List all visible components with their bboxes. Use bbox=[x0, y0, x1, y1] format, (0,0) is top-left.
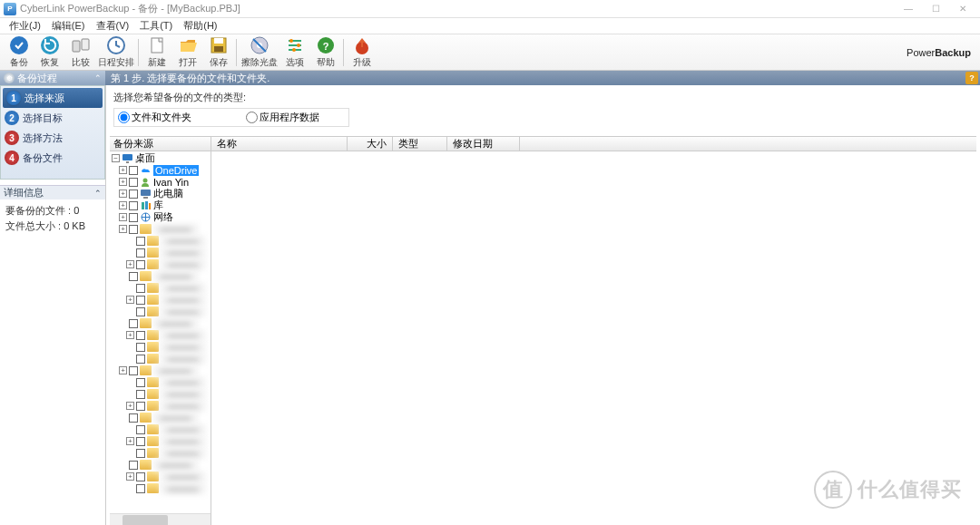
checkbox[interactable] bbox=[136, 248, 145, 258]
sidebar-process-header[interactable]: ⚙ 备份过程 ⌃ bbox=[0, 71, 105, 85]
compare-icon bbox=[71, 35, 91, 55]
tree-node-hidden[interactable]: xxxxxx bbox=[110, 459, 211, 471]
checkbox[interactable] bbox=[129, 178, 138, 187]
erase-disc-button[interactable]: 擦除光盘 bbox=[240, 35, 279, 70]
menu-job[interactable]: 作业(J) bbox=[4, 19, 46, 33]
backup-button[interactable]: 备份 bbox=[4, 35, 34, 70]
radio-files-folders[interactable]: 文件和文件夹 bbox=[118, 111, 191, 124]
tree-column: 备份来源 −桌面+OneDrive+Ivan Yin+此电脑+库+网络+xxxx… bbox=[110, 137, 211, 525]
tree-node-hidden[interactable]: +xxxxxx bbox=[110, 294, 211, 306]
tree-node-hidden[interactable]: xxxxxx bbox=[110, 353, 211, 365]
step-select-method[interactable]: 3选择方法 bbox=[1, 128, 104, 148]
checkbox[interactable] bbox=[136, 331, 145, 340]
upgrade-button[interactable]: 升级 bbox=[347, 35, 377, 70]
checkbox[interactable] bbox=[136, 472, 145, 481]
checkbox[interactable] bbox=[129, 413, 138, 423]
checkbox[interactable] bbox=[136, 390, 145, 399]
step-select-target[interactable]: 2选择目标 bbox=[1, 108, 104, 128]
tree-node-hidden[interactable]: +xxxxxx bbox=[110, 258, 211, 270]
tree-node-hidden[interactable]: +xxxxxx bbox=[110, 400, 211, 412]
collapse-icon[interactable]: ⌃ bbox=[94, 73, 102, 83]
folder-icon bbox=[147, 283, 159, 293]
detail-files-value: 0 bbox=[74, 205, 79, 216]
restore-button[interactable]: 恢复 bbox=[34, 35, 65, 70]
tree-body[interactable]: −桌面+OneDrive+Ivan Yin+此电脑+库+网络+xxxxxxxxx… bbox=[110, 151, 211, 513]
collapse-icon[interactable]: ⌃ bbox=[94, 189, 102, 198]
tree-node-hidden[interactable]: xxxxxx bbox=[110, 388, 211, 400]
new-button[interactable]: 新建 bbox=[142, 35, 172, 70]
minimize-button[interactable]: — bbox=[895, 1, 922, 17]
tree-node-hidden[interactable]: xxxxxx bbox=[110, 247, 211, 258]
col-name[interactable]: 名称 bbox=[211, 137, 348, 151]
checkbox[interactable] bbox=[129, 190, 138, 199]
tree-node-hidden[interactable]: +xxxxxx bbox=[110, 435, 211, 447]
tree-node-hidden[interactable]: +xxxxxx bbox=[110, 329, 211, 341]
step-select-source[interactable]: 1选择来源 bbox=[3, 88, 103, 108]
maximize-button[interactable]: ☐ bbox=[922, 1, 949, 17]
open-button[interactable]: 打开 bbox=[172, 35, 203, 70]
tree-node-hidden[interactable]: +xxxxxx bbox=[110, 471, 211, 482]
folder-icon bbox=[147, 436, 159, 446]
save-button[interactable]: 保存 bbox=[203, 35, 234, 70]
step-backup-files[interactable]: 4备份文件 bbox=[1, 148, 104, 168]
save-icon bbox=[209, 35, 229, 55]
menu-edit[interactable]: 编辑(E) bbox=[46, 19, 91, 33]
folder-icon bbox=[147, 306, 159, 316]
menu-help[interactable]: 帮助(H) bbox=[178, 19, 222, 33]
options-button[interactable]: 选项 bbox=[279, 35, 310, 70]
col-size[interactable]: 大小 bbox=[348, 137, 393, 151]
radio-app-data[interactable]: 应用程序数据 bbox=[246, 111, 319, 124]
checkbox[interactable] bbox=[136, 449, 145, 458]
titlebar: P CyberLink PowerBackup - 备份 - [MyBackup… bbox=[0, 0, 980, 18]
checkbox[interactable] bbox=[136, 378, 145, 387]
menu-view[interactable]: 查看(V) bbox=[91, 19, 135, 33]
checkbox[interactable] bbox=[136, 307, 145, 316]
step-help-icon[interactable]: ? bbox=[965, 72, 978, 84]
checkbox[interactable] bbox=[129, 201, 138, 210]
checkbox[interactable] bbox=[136, 237, 145, 246]
checkbox[interactable] bbox=[136, 484, 145, 493]
checkbox[interactable] bbox=[129, 213, 138, 222]
tree-node-hidden[interactable]: xxxxxx bbox=[110, 447, 211, 459]
checkbox[interactable] bbox=[136, 284, 145, 293]
checkbox[interactable] bbox=[136, 437, 145, 446]
checkbox[interactable] bbox=[136, 296, 145, 305]
checkbox[interactable] bbox=[136, 343, 145, 352]
close-button[interactable]: ✕ bbox=[949, 1, 976, 17]
tree-node-hidden[interactable]: xxxxxx bbox=[110, 412, 211, 423]
tree-node-hidden[interactable]: xxxxxx bbox=[110, 306, 211, 317]
checkbox[interactable] bbox=[129, 166, 138, 175]
tree-node-hidden[interactable]: xxxxxx bbox=[110, 341, 211, 353]
tree-root[interactable]: −桌面 bbox=[110, 152, 211, 164]
schedule-button[interactable]: 日程安排 bbox=[96, 35, 136, 70]
col-date[interactable]: 修改日期 bbox=[447, 137, 520, 151]
tree-node-hidden[interactable]: xxxxxx bbox=[110, 317, 211, 329]
svg-text:?: ? bbox=[323, 41, 329, 52]
checkbox[interactable] bbox=[129, 366, 138, 375]
tree-node[interactable]: +网络 bbox=[110, 211, 211, 223]
tree-node[interactable]: +OneDrive bbox=[110, 164, 211, 176]
help-button[interactable]: ? 帮助 bbox=[310, 35, 341, 70]
list-body[interactable] bbox=[211, 151, 976, 525]
checkbox[interactable] bbox=[136, 425, 145, 434]
col-type[interactable]: 类型 bbox=[393, 137, 447, 151]
checkbox[interactable] bbox=[136, 355, 145, 364]
tree-node-hidden[interactable]: xxxxxx bbox=[110, 235, 211, 247]
tree-node-hidden[interactable]: xxxxxx bbox=[110, 423, 211, 435]
tree-node-hidden[interactable]: xxxxxx bbox=[110, 282, 211, 294]
checkbox[interactable] bbox=[129, 272, 138, 281]
tree-node-hidden[interactable]: xxxxxx bbox=[110, 270, 211, 282]
menu-tools[interactable]: 工具(T) bbox=[134, 19, 178, 33]
tree-scrollbar-horizontal[interactable] bbox=[110, 513, 211, 525]
checkbox[interactable] bbox=[129, 319, 138, 328]
compare-button[interactable]: 比较 bbox=[65, 35, 96, 70]
checkbox[interactable] bbox=[129, 461, 138, 470]
sidebar-detail-header[interactable]: 详细信息 ⌃ bbox=[0, 185, 105, 199]
checkbox[interactable] bbox=[129, 225, 138, 234]
tree-node-hidden[interactable]: +xxxxxx bbox=[110, 365, 211, 376]
tree-node-hidden[interactable]: xxxxxx bbox=[110, 376, 211, 388]
tree-node-hidden[interactable]: +xxxxxx bbox=[110, 223, 211, 235]
tree-node-hidden[interactable]: xxxxxx bbox=[110, 482, 211, 494]
checkbox[interactable] bbox=[136, 260, 145, 269]
checkbox[interactable] bbox=[136, 402, 145, 411]
